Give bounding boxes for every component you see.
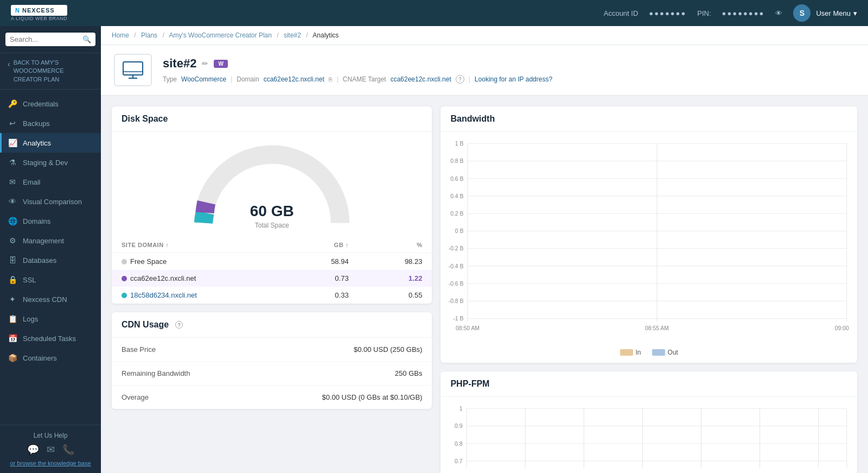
scheduled-tasks-icon: 📅 (8, 334, 17, 343)
sidebar-item-label: Credentials (23, 100, 59, 108)
cname-label: CNAME Target (343, 75, 386, 83)
cdn-row-base-price: Base Price $0.00 USD (250 GBs) (112, 338, 432, 362)
domain-cell: 18c58d6234.nxcli.net (112, 287, 285, 304)
svg-text:0.9: 0.9 (455, 424, 463, 430)
svg-rect-0 (123, 62, 143, 75)
php-fpm-chart-area: 1 0.9 0.8 0.7 (441, 397, 857, 473)
logs-icon: 📋 (8, 314, 17, 323)
sidebar-item-domains[interactable]: 🌐 Domains (0, 211, 101, 231)
site-name: site#2 (163, 56, 196, 71)
backups-icon: ↩ (8, 119, 17, 128)
sidebar-item-label: Containers (23, 354, 57, 362)
cname-help-icon[interactable]: ? (456, 75, 464, 84)
sidebar-item-logs[interactable]: 📋 Logs (0, 309, 101, 329)
ssl-icon: 🔒 (8, 275, 17, 284)
svg-text:-0.4 B: -0.4 B (449, 263, 464, 269)
site-icon (114, 54, 152, 86)
sidebar-item-backups[interactable]: ↩ Backups (0, 113, 101, 133)
sidebar-item-label: Analytics (23, 139, 51, 147)
domain-cell: cca62ee12c.nxcli.net (112, 270, 285, 287)
legend-in-box (620, 349, 633, 356)
domain-label: cca62ee12c.nxcli.net (130, 274, 196, 282)
col-domain[interactable]: SITE DOMAIN ↑ (112, 237, 285, 253)
copy-icon[interactable]: ⎘ (329, 76, 333, 83)
sidebar-item-databases[interactable]: 🗄 Databases (0, 250, 101, 270)
phone-icon[interactable]: 📞 (62, 444, 74, 456)
bandwidth-chart-svg: 1 B 0.8 B 0.6 B 0.4 B 0.2 B 0 B -0.2 B -… (448, 136, 850, 342)
sidebar-item-label: Nexcess CDN (23, 295, 67, 304)
breadcrumb-home[interactable]: Home (112, 31, 129, 39)
sidebar-item-scheduled-tasks[interactable]: 📅 Scheduled Tasks (0, 329, 101, 348)
col-pct[interactable]: % (362, 237, 432, 253)
gb-cell: 58.94 (285, 253, 362, 270)
cdn-base-price-value: $0.00 USD (250 GBs) (354, 345, 422, 354)
pct-cell: 1.22 (362, 270, 432, 287)
cdn-overage-label: Overage (122, 393, 149, 401)
search-input[interactable] (10, 35, 79, 43)
pct-cell: 0.55 (362, 287, 432, 304)
breadcrumb-site[interactable]: site#2 (284, 31, 301, 39)
breadcrumb-current: Analytics (312, 31, 339, 39)
search-box: 🔍 (0, 26, 101, 53)
sidebar-item-nexcess-cdn[interactable]: ✦ Nexcess CDN (0, 289, 101, 309)
sidebar-item-email[interactable]: ✉ Email (0, 172, 101, 192)
breadcrumb-plan-name[interactable]: Amy's WooCommerce Creator Plan (169, 31, 271, 39)
svg-text:0.2 B: 0.2 B (451, 211, 464, 217)
help-title: Let Us Help (8, 432, 93, 439)
containers-icon: 📦 (8, 354, 17, 362)
email-help-icon[interactable]: ✉ (47, 444, 55, 456)
left-column: Disk Space (112, 106, 432, 473)
sidebar-item-label: Backups (23, 119, 50, 128)
sidebar-item-label: Visual Comparison (23, 198, 82, 206)
edit-icon[interactable]: ✏ (202, 59, 208, 68)
sidebar-item-containers[interactable]: 📦 Containers (0, 348, 101, 368)
sidebar-item-staging[interactable]: ⚗ Staging & Dev (0, 153, 101, 172)
back-label: BACK TO AMY'S WOOCOMMERCE CREATOR PLAN (14, 59, 93, 84)
sidebar-item-analytics[interactable]: 📈 Analytics (0, 133, 101, 153)
site-name-row: site#2 ✏ W (163, 56, 855, 71)
logo-text: N NEXCESS (11, 5, 67, 16)
svg-text:-1 B: -1 B (454, 316, 464, 321)
search-input-wrap[interactable]: 🔍 (5, 33, 95, 46)
legend-out-label: Out (668, 349, 678, 356)
logo-sub: A LIQUID WEB BRAND (11, 16, 67, 21)
svg-text:-0.8 B: -0.8 B (449, 298, 464, 304)
sidebar-item-visual[interactable]: 👁 Visual Comparison (0, 192, 101, 211)
cdn-help-icon[interactable]: ? (175, 321, 183, 329)
pct-cell: 98.23 (362, 253, 432, 270)
breadcrumb-plans[interactable]: Plans (141, 31, 157, 39)
col-gb[interactable]: GB ↑ (285, 237, 362, 253)
svg-text:-0.6 B: -0.6 B (449, 281, 464, 287)
dot-gray-icon (122, 259, 127, 264)
cdn-row-overage: Overage $0.00 USD (0 GBs at $0.10/GB) (112, 386, 432, 409)
account-dots: ●●●●●●● (649, 9, 686, 17)
account-label: Account ID (604, 9, 639, 17)
disk-space-title: Disk Space (122, 114, 168, 124)
sidebar-item-credentials[interactable]: 🔑 Credentials (0, 94, 101, 113)
domain-link[interactable]: 18c58d6234.nxcli.net (130, 291, 197, 299)
site-meta: Type WooCommerce | Domain cca62ee12c.nxc… (163, 75, 855, 84)
search-icon[interactable]: 🔍 (82, 35, 91, 43)
back-to-plan-link[interactable]: ‹ BACK TO AMY'S WOOCOMMERCE CREATOR PLAN (0, 53, 101, 90)
cname-value: cca62ee12c.nxcli.net (391, 75, 451, 83)
email-icon: ✉ (8, 178, 17, 186)
cdn-usage-header: CDN Usage ? (112, 312, 432, 338)
main-content: Home / Plans / Amy's WooCommerce Creator… (101, 26, 868, 473)
bandwidth-title: Bandwidth (450, 114, 495, 124)
sidebar-item-label: SSL (23, 276, 36, 284)
toggle-visibility-icon[interactable]: 👁 (775, 9, 782, 17)
user-menu-button[interactable]: User Menu ▾ (816, 9, 857, 17)
cdn-base-price-label: Base Price (122, 345, 156, 354)
right-column: Bandwidth 1 B 0.8 B 0.6 B 0.4 B 0.2 B 0 … (441, 106, 857, 473)
sidebar-item-label: Logs (23, 315, 38, 323)
chat-icon[interactable]: 💬 (27, 444, 39, 456)
domain-value: cca62ee12c.nxcli.net (264, 75, 324, 83)
sidebar-item-ssl[interactable]: 🔒 SSL (0, 270, 101, 289)
domain-label: Free Space (130, 257, 167, 266)
sidebar-item-management[interactable]: ⚙ Management (0, 231, 101, 250)
gauge-container: 60 GB Total Space (180, 137, 364, 235)
svg-text:0.7: 0.7 (455, 458, 463, 464)
knowledge-base-link[interactable]: or browse the knowledge base (8, 460, 93, 466)
ip-address-link[interactable]: Looking for an IP address? (475, 75, 552, 83)
gb-cell: 0.73 (285, 270, 362, 287)
